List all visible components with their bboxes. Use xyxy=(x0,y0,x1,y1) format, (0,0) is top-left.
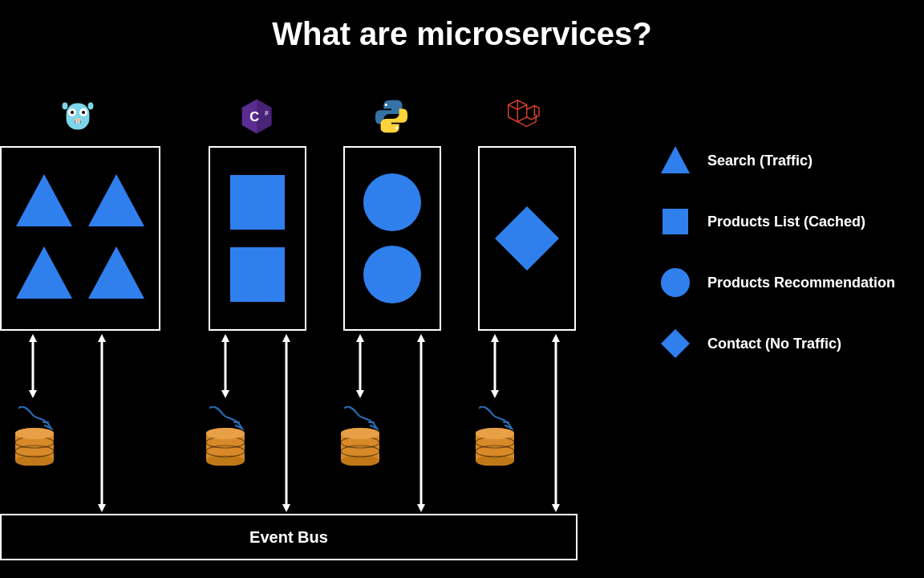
svg-marker-32 xyxy=(98,504,106,512)
python-icon xyxy=(371,96,411,136)
svg-marker-37 xyxy=(282,334,290,342)
svg-point-3 xyxy=(71,111,74,114)
svg-point-74 xyxy=(476,428,514,439)
triangle-icon xyxy=(84,242,148,307)
mysql-db-icon xyxy=(337,406,383,454)
legend-label: Search (Traffic) xyxy=(707,153,813,169)
diamond-icon xyxy=(659,328,691,360)
svg-marker-41 xyxy=(356,390,364,398)
bidir-arrow-icon xyxy=(98,334,106,512)
diagram-stage: C # xyxy=(0,96,924,578)
svg-marker-26 xyxy=(495,206,559,271)
svg-marker-78 xyxy=(661,329,690,358)
svg-marker-29 xyxy=(29,390,37,398)
legend-row-products-list: Products List (Cached) xyxy=(659,206,916,238)
triangle-icon xyxy=(659,144,691,177)
service-box-contact xyxy=(478,146,576,331)
circle-icon xyxy=(659,267,691,299)
svg-point-16 xyxy=(385,104,387,106)
svg-marker-47 xyxy=(491,390,499,398)
svg-marker-31 xyxy=(98,334,106,342)
svg-marker-21 xyxy=(88,246,144,299)
circle-icon xyxy=(360,242,424,307)
svg-marker-38 xyxy=(282,504,290,512)
svg-rect-0 xyxy=(66,103,90,130)
triangle-icon xyxy=(84,170,148,234)
event-bus-box: Event Bus xyxy=(0,514,578,560)
mysql-db-icon xyxy=(11,406,58,454)
circle-icon xyxy=(360,170,424,234)
svg-rect-76 xyxy=(663,209,688,234)
bidir-arrow-icon xyxy=(221,334,229,398)
bidir-arrow-icon xyxy=(356,334,364,398)
triangle-icon xyxy=(12,170,76,234)
go-gopher-icon xyxy=(58,96,98,136)
svg-marker-43 xyxy=(417,334,425,342)
bidir-arrow-icon xyxy=(282,334,290,512)
svg-marker-19 xyxy=(88,174,144,226)
legend: Search (Traffic) Products List (Cached) … xyxy=(659,144,916,389)
svg-marker-34 xyxy=(221,334,229,342)
legend-row-products-reco: Products Recommendation xyxy=(659,267,916,299)
svg-point-17 xyxy=(395,127,398,129)
mysql-db-icon xyxy=(202,406,249,454)
svg-marker-75 xyxy=(661,146,690,173)
svg-point-68 xyxy=(341,428,379,439)
legend-row-search: Search (Traffic) xyxy=(659,144,916,177)
svg-point-77 xyxy=(661,268,690,297)
bidir-arrow-icon xyxy=(417,334,425,512)
service-box-products-list xyxy=(209,146,306,331)
legend-label: Products Recommendation xyxy=(707,275,895,291)
svg-marker-28 xyxy=(29,334,37,342)
service-box-search xyxy=(0,146,160,331)
slide-title: What are microservices? xyxy=(0,0,924,52)
svg-marker-40 xyxy=(356,334,364,342)
svg-marker-49 xyxy=(552,334,560,342)
svg-point-4 xyxy=(82,111,85,114)
legend-row-contact: Contact (No Traffic) xyxy=(659,328,916,360)
svg-point-25 xyxy=(363,246,421,303)
svg-marker-18 xyxy=(16,174,72,226)
mysql-db-icon xyxy=(472,406,518,454)
svg-text:C: C xyxy=(249,109,259,124)
diamond-icon xyxy=(491,202,563,275)
svg-marker-46 xyxy=(491,334,499,342)
bidir-arrow-icon xyxy=(491,334,499,398)
event-bus-label: Event Bus xyxy=(249,528,328,547)
laravel-icon xyxy=(501,96,541,136)
svg-text:#: # xyxy=(265,110,269,117)
svg-rect-22 xyxy=(230,175,285,230)
csharp-icon: C # xyxy=(237,96,277,136)
square-icon xyxy=(659,206,691,238)
square-icon xyxy=(225,170,290,234)
svg-marker-50 xyxy=(552,504,560,512)
triangle-icon xyxy=(12,242,76,307)
svg-marker-44 xyxy=(417,504,425,512)
svg-point-10 xyxy=(62,102,68,110)
svg-marker-20 xyxy=(16,246,72,299)
legend-label: Contact (No Traffic) xyxy=(707,336,841,352)
svg-point-11 xyxy=(87,102,94,110)
svg-marker-35 xyxy=(221,390,229,398)
service-box-products-reco xyxy=(343,146,441,331)
bidir-arrow-icon xyxy=(552,334,560,512)
svg-point-56 xyxy=(15,428,54,439)
bidir-arrow-icon xyxy=(29,334,37,398)
svg-rect-23 xyxy=(230,247,285,302)
square-icon xyxy=(225,242,290,307)
svg-point-62 xyxy=(206,428,245,439)
legend-label: Products List (Cached) xyxy=(707,214,865,230)
svg-point-24 xyxy=(363,173,421,231)
